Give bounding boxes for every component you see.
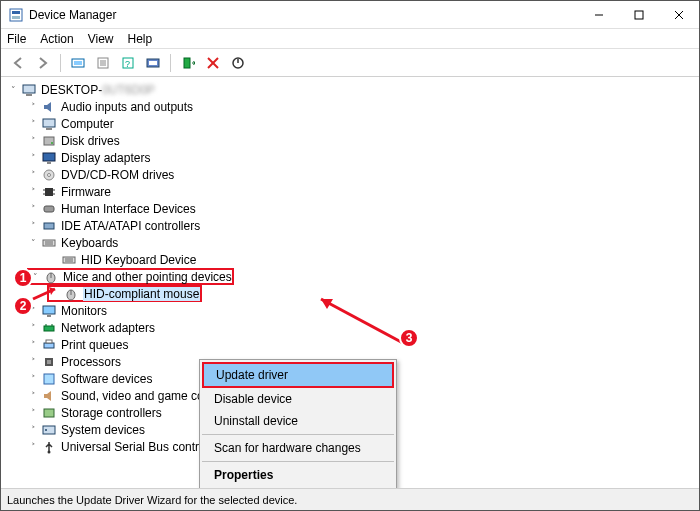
- tree-node-label: HID Keyboard Device: [81, 253, 196, 267]
- tree-node-label: Human Interface Devices: [61, 202, 196, 216]
- tree-node-label: Firmware: [61, 185, 111, 199]
- svg-rect-48: [43, 306, 55, 314]
- tree-root[interactable]: ˅ DESKTOP-0UT6D0P: [5, 81, 699, 98]
- expand-icon[interactable]: [49, 288, 61, 300]
- svg-rect-1: [12, 11, 20, 14]
- tree-node[interactable]: ˅Keyboards: [5, 234, 699, 251]
- expand-icon[interactable]: ˃: [27, 135, 39, 147]
- annotation-highlight: ˅Mice and other pointing devices: [27, 268, 234, 285]
- annotation-badge-3: 3: [399, 328, 419, 348]
- tree-node-label: Storage controllers: [61, 406, 162, 420]
- svg-point-61: [48, 450, 51, 453]
- minimize-button[interactable]: [579, 1, 619, 29]
- toolbar-separator: [170, 54, 171, 72]
- tree-node[interactable]: ˃Print queues: [5, 336, 699, 353]
- forward-button[interactable]: [32, 52, 54, 74]
- show-hidden-button[interactable]: [67, 52, 89, 74]
- titlebar: Device Manager: [1, 1, 699, 29]
- tree-node[interactable]: ˃Monitors: [5, 302, 699, 319]
- svg-rect-59: [43, 426, 55, 434]
- net-icon: [41, 320, 57, 336]
- svg-rect-41: [63, 257, 75, 263]
- disable-button[interactable]: [227, 52, 249, 74]
- help-button[interactable]: ?: [117, 52, 139, 74]
- tree-node[interactable]: ˃IDE ATA/ATAPI controllers: [5, 217, 699, 234]
- svg-rect-24: [46, 128, 52, 130]
- keyboard-icon: [41, 235, 57, 251]
- tree-node[interactable]: ˃DVD/CD-ROM drives: [5, 166, 699, 183]
- cm-scan-hardware[interactable]: Scan for hardware changes: [202, 437, 394, 459]
- expand-icon[interactable]: ˃: [27, 152, 39, 164]
- tree-node[interactable]: ˃Computer: [5, 115, 699, 132]
- svg-rect-4: [635, 11, 643, 19]
- menu-file[interactable]: File: [7, 32, 26, 46]
- tree-node[interactable]: HID-compliant mouse: [5, 285, 699, 302]
- expand-icon[interactable]: ˃: [27, 424, 39, 436]
- collapse-icon[interactable]: ˅: [27, 237, 39, 249]
- svg-rect-49: [47, 315, 51, 317]
- expand-icon[interactable]: ˃: [27, 407, 39, 419]
- svg-rect-53: [44, 343, 54, 348]
- expand-icon[interactable]: ˃: [27, 390, 39, 402]
- uninstall-device-button[interactable]: [202, 52, 224, 74]
- tree-node-label: Display adapters: [61, 151, 150, 165]
- tree-node-label: Print queues: [61, 338, 128, 352]
- annotation-badge-1: 1: [13, 268, 33, 288]
- close-button[interactable]: [659, 1, 699, 29]
- storage-icon: [41, 405, 57, 421]
- expand-icon[interactable]: ˃: [27, 339, 39, 351]
- tree-node-label: Monitors: [61, 304, 107, 318]
- menu-view[interactable]: View: [88, 32, 114, 46]
- tree-node[interactable]: ˃Display adapters: [5, 149, 699, 166]
- tree-node[interactable]: ˃Human Interface Devices: [5, 200, 699, 217]
- properties-button[interactable]: [92, 52, 114, 74]
- sound-icon: [41, 388, 57, 404]
- tree-node[interactable]: ˃Network adapters: [5, 319, 699, 336]
- cm-update-driver[interactable]: Update driver: [204, 364, 392, 386]
- svg-rect-2: [12, 16, 20, 19]
- menu-help[interactable]: Help: [128, 32, 153, 46]
- cm-disable-device[interactable]: Disable device: [202, 388, 394, 410]
- expand-icon[interactable]: ˃: [27, 101, 39, 113]
- device-tree[interactable]: ˅ DESKTOP-0UT6D0P ˃Audio inputs and outp…: [1, 77, 699, 488]
- svg-point-60: [45, 429, 47, 431]
- statusbar: Launches the Update Driver Wizard for th…: [1, 488, 699, 510]
- expand-icon[interactable]: ˃: [27, 118, 39, 130]
- cpu-icon: [41, 354, 57, 370]
- tree-node[interactable]: HID Keyboard Device: [5, 251, 699, 268]
- expand-icon[interactable]: ˃: [27, 322, 39, 334]
- expand-icon[interactable]: ˃: [27, 220, 39, 232]
- svg-rect-58: [44, 409, 54, 417]
- printer-icon: [41, 337, 57, 353]
- cm-uninstall-device[interactable]: Uninstall device: [202, 410, 394, 432]
- tree-node[interactable]: ˃Audio inputs and outputs: [5, 98, 699, 115]
- collapse-icon[interactable]: ˅: [7, 84, 19, 96]
- back-button[interactable]: [7, 52, 29, 74]
- tree-node[interactable]: ˅Mice and other pointing devices: [5, 268, 699, 285]
- cm-properties[interactable]: Properties: [202, 464, 394, 486]
- expand-icon[interactable]: ˃: [27, 186, 39, 198]
- disk-icon: [41, 133, 57, 149]
- tree-node[interactable]: ˃Firmware: [5, 183, 699, 200]
- device-manager-window: Device Manager File Action View Help ? ˅: [0, 0, 700, 511]
- expand-icon[interactable]: ˃: [27, 373, 39, 385]
- tree-node[interactable]: ˃Disk drives: [5, 132, 699, 149]
- display-icon: [41, 150, 57, 166]
- maximize-button[interactable]: [619, 1, 659, 29]
- scan-button[interactable]: [142, 52, 164, 74]
- expand-icon[interactable]: [47, 254, 59, 266]
- expand-icon[interactable]: ˃: [27, 169, 39, 181]
- context-menu-separator: [202, 434, 394, 435]
- svg-rect-50: [44, 326, 54, 331]
- tree-node-label: IDE ATA/ATAPI controllers: [61, 219, 200, 233]
- update-driver-button[interactable]: [177, 52, 199, 74]
- expand-icon[interactable]: ˃: [27, 356, 39, 368]
- svg-rect-38: [43, 240, 55, 246]
- menu-action[interactable]: Action: [40, 32, 73, 46]
- monitor-icon: [41, 303, 57, 319]
- svg-rect-0: [10, 9, 22, 21]
- sys-icon: [41, 422, 57, 438]
- expand-icon[interactable]: ˃: [27, 441, 39, 453]
- keyboard-icon: [61, 252, 77, 268]
- expand-icon[interactable]: ˃: [27, 203, 39, 215]
